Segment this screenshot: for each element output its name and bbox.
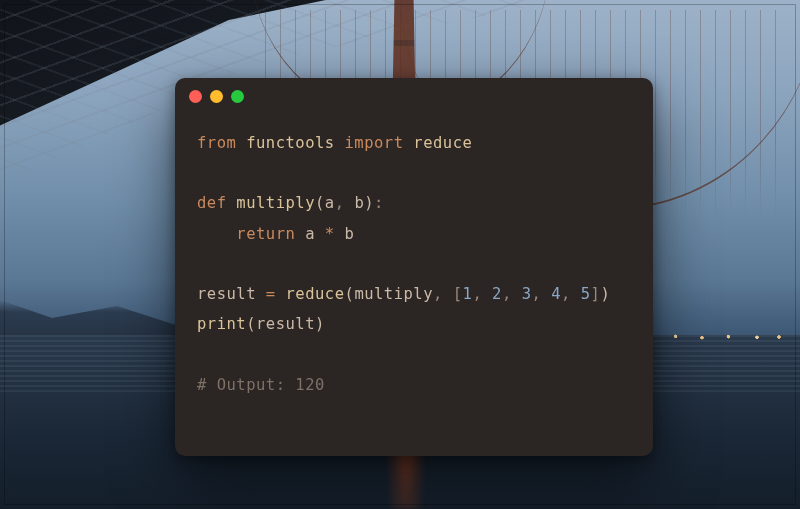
operator-eq: = <box>266 285 276 303</box>
background-scene: from functools import reduce def multipl… <box>0 0 800 509</box>
space <box>345 194 355 212</box>
keyword-from: from <box>197 134 236 152</box>
rparen: ) <box>364 194 374 212</box>
code-window: from functools import reduce def multipl… <box>175 78 653 456</box>
param-b: b <box>354 194 364 212</box>
keyword-import: import <box>345 134 404 152</box>
num-1: 1 <box>463 285 473 303</box>
lparen: ( <box>315 194 325 212</box>
indent <box>197 225 236 243</box>
num-2: 2 <box>492 285 502 303</box>
rparen: ) <box>315 315 325 333</box>
arg-multiply: multiply <box>354 285 433 303</box>
import-name: reduce <box>413 134 472 152</box>
operator-mul: * <box>325 225 335 243</box>
minimize-icon[interactable] <box>210 90 223 103</box>
ident-a: a <box>305 225 315 243</box>
comma: , <box>531 285 541 303</box>
rparen: ) <box>600 285 610 303</box>
param-a: a <box>325 194 335 212</box>
num-5: 5 <box>581 285 591 303</box>
comment-output: # Output: 120 <box>197 376 325 394</box>
call-reduce: reduce <box>286 285 345 303</box>
lparen: ( <box>246 315 256 333</box>
rbracket: ] <box>591 285 601 303</box>
comma: , <box>561 285 571 303</box>
close-icon[interactable] <box>189 90 202 103</box>
function-name: multiply <box>236 194 315 212</box>
comma: , <box>433 285 443 303</box>
keyword-def: def <box>197 194 227 212</box>
module-name: functools <box>246 134 335 152</box>
comma: , <box>335 194 345 212</box>
comma: , <box>502 285 512 303</box>
window-titlebar <box>175 78 653 114</box>
lparen: ( <box>345 285 355 303</box>
colon: : <box>374 194 384 212</box>
arg-result: result <box>256 315 315 333</box>
call-print: print <box>197 315 246 333</box>
comma: , <box>472 285 482 303</box>
num-4: 4 <box>551 285 561 303</box>
var-result: result <box>197 285 256 303</box>
ident-b: b <box>345 225 355 243</box>
keyword-return: return <box>236 225 295 243</box>
num-3: 3 <box>522 285 532 303</box>
code-editor: from functools import reduce def multipl… <box>175 114 653 420</box>
zoom-icon[interactable] <box>231 90 244 103</box>
lbracket: [ <box>453 285 463 303</box>
